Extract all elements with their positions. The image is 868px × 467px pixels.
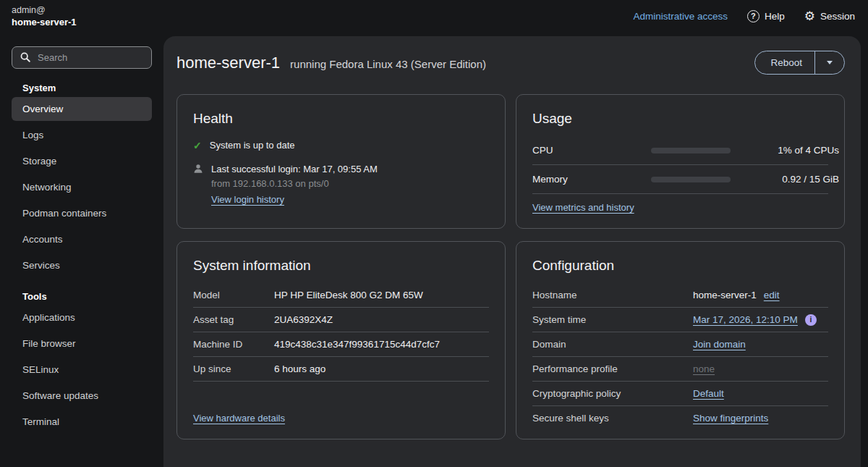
ssh-keys-label: Secure shell keys (532, 412, 693, 424)
cpu-progress-bar (651, 148, 731, 153)
hostname-edit-link[interactable]: edit (764, 289, 780, 301)
system-information-title: System information (193, 257, 489, 274)
system-information-table: Model HP HP EliteDesk 800 G2 DM 65W Asse… (193, 283, 489, 382)
domain-row: Domain Join domain (532, 332, 828, 357)
masthead-toolbar: Administrative access ? Help ⚙ Session (633, 0, 868, 32)
view-login-history-link[interactable]: View login history (211, 194, 284, 205)
machine-id-value: 419c438c31e347f99361715c44d7cfc7 (274, 338, 489, 350)
crypto-policy-link[interactable]: Default (693, 388, 724, 399)
configuration-card: Configuration Hostname home-server-1 edi… (516, 241, 845, 439)
cards-grid: Health ✓ System is up to date Last succe… (176, 94, 845, 439)
up-since-label: Up since (193, 363, 274, 375)
sidebar-item-file-browser[interactable]: File browser (12, 332, 152, 355)
help-menu[interactable]: ? Help (747, 10, 785, 22)
info-icon[interactable]: i (805, 314, 817, 326)
session-label: Session (820, 11, 855, 22)
ssh-keys-row: Secure shell keys Show fingerprints (532, 406, 828, 430)
system-time-label: System time (532, 314, 693, 326)
page-subtitle: running Fedora Linux 43 (Server Edition) (290, 58, 486, 70)
hostname-value: home-server-1 (693, 289, 757, 301)
view-metrics-link[interactable]: View metrics and history (532, 202, 634, 213)
asset-tag-label: Asset tag (193, 314, 274, 326)
sidebar-item-applications[interactable]: Applications (12, 306, 152, 329)
cpu-usage-row: CPU 1% of 4 CPUs (532, 136, 828, 165)
hostname-row: Hostname home-server-1 edit (532, 283, 828, 308)
usage-title: Usage (532, 110, 828, 127)
sidebar-item-terminal[interactable]: Terminal (12, 410, 152, 434)
usage-card: Usage CPU 1% of 4 CPUs Memory 0.92 / 15 … (516, 94, 845, 229)
show-fingerprints-link[interactable]: Show fingerprints (693, 413, 768, 424)
memory-label: Memory (532, 174, 651, 185)
sidebar-item-services[interactable]: Services (12, 253, 152, 277)
crypto-policy-row: Cryptographic policy Default (532, 382, 828, 406)
performance-profile-label: Performance profile (532, 363, 693, 375)
sidebar-search (12, 46, 152, 69)
last-login-text: Last successful login: Mar 17, 09:55 AM (211, 164, 378, 175)
health-login-row: Last successful login: Mar 17, 09:55 AM … (193, 164, 489, 205)
configuration-title: Configuration (532, 257, 828, 274)
help-label: Help (765, 11, 785, 22)
search-input[interactable] (12, 46, 152, 69)
session-menu[interactable]: ⚙ Session (804, 10, 855, 22)
memory-progress-bar (651, 177, 731, 182)
sidebar-item-software-updates[interactable]: Software updates (12, 384, 152, 408)
user-icon (193, 164, 203, 174)
configuration-table: Hostname home-server-1 edit System time … (532, 283, 828, 430)
sidebar-item-logs[interactable]: Logs (12, 123, 152, 147)
help-icon: ? (747, 10, 760, 22)
machine-id-row: Machine ID 419c438c31e347f99361715c44d7c… (193, 332, 489, 357)
masthead: admin@ home-server-1 Administrative acce… (0, 0, 868, 36)
performance-profile-row: Performance profile none (532, 357, 828, 382)
model-value: HP HP EliteDesk 800 G2 DM 65W (274, 289, 489, 301)
nav-section-system: System (22, 83, 152, 93)
system-time-row: System time Mar 17, 2026, 12:10 PM i (532, 308, 828, 332)
health-card: Health ✓ System is up to date Last succe… (176, 94, 506, 229)
health-title: Health (193, 110, 489, 127)
up-since-row: Up since 6 hours ago (193, 357, 489, 382)
title-group: home-server-1 running Fedora Linux 43 (S… (176, 54, 486, 72)
sidebar-item-accounts[interactable]: Accounts (12, 227, 152, 251)
check-icon: ✓ (193, 140, 202, 151)
cpu-label: CPU (532, 145, 651, 156)
asset-tag-value: 2UA6392X4Z (274, 314, 489, 326)
page-header: home-server-1 running Fedora Linux 43 (S… (176, 51, 845, 75)
sidebar-item-networking[interactable]: Networking (12, 175, 152, 199)
sidebar-item-storage[interactable]: Storage (12, 149, 152, 173)
brand-hostname: home-server-1 (12, 16, 77, 28)
caret-down-icon (827, 61, 833, 64)
up-to-date-text: System is up to date (210, 140, 295, 151)
sidebar-item-selinux[interactable]: SELinux (12, 358, 152, 382)
sidebar-item-podman-containers[interactable]: Podman containers (12, 201, 152, 225)
hostname-label: Hostname (532, 289, 693, 301)
logged-in-user: admin@ (12, 4, 77, 16)
memory-usage-row: Memory 0.92 / 15 GiB (532, 165, 828, 194)
up-since-value: 6 hours ago (274, 363, 489, 375)
view-hardware-details-link[interactable]: View hardware details (193, 413, 285, 424)
administrative-access-link[interactable]: Administrative access (633, 11, 728, 22)
login-from-text: from 192.168.0.133 on pts/0 (211, 178, 378, 190)
main-content: home-server-1 running Fedora Linux 43 (S… (163, 36, 861, 467)
system-information-card: System information Model HP HP EliteDesk… (176, 241, 506, 439)
performance-profile-link[interactable]: none (693, 363, 715, 374)
health-up-to-date-row: ✓ System is up to date (193, 140, 489, 151)
page-title: home-server-1 (176, 54, 280, 72)
reboot-split-button: Reboot (754, 51, 845, 75)
usage-table: CPU 1% of 4 CPUs Memory 0.92 / 15 GiB (532, 136, 828, 194)
cpu-value: 1% of 4 CPUs (731, 145, 839, 156)
sidebar-item-overview[interactable]: Overview (12, 97, 152, 121)
nav-section-tools: Tools (22, 291, 152, 302)
brand: admin@ home-server-1 (0, 0, 77, 36)
model-row: Model HP HP EliteDesk 800 G2 DM 65W (193, 283, 489, 308)
asset-tag-row: Asset tag 2UA6392X4Z (193, 308, 489, 332)
crypto-policy-label: Cryptographic policy (532, 387, 693, 400)
system-time-link[interactable]: Mar 17, 2026, 12:10 PM (693, 314, 798, 326)
domain-label: Domain (532, 338, 693, 350)
reboot-dropdown-toggle[interactable] (814, 51, 844, 74)
sidebar: System Overview Logs Storage Networking … (0, 36, 163, 467)
join-domain-link[interactable]: Join domain (693, 339, 746, 350)
search-icon (20, 52, 30, 65)
reboot-button[interactable]: Reboot (755, 51, 814, 74)
memory-value: 0.92 / 15 GiB (731, 174, 839, 185)
model-label: Model (193, 289, 274, 301)
gear-icon: ⚙ (804, 10, 815, 22)
